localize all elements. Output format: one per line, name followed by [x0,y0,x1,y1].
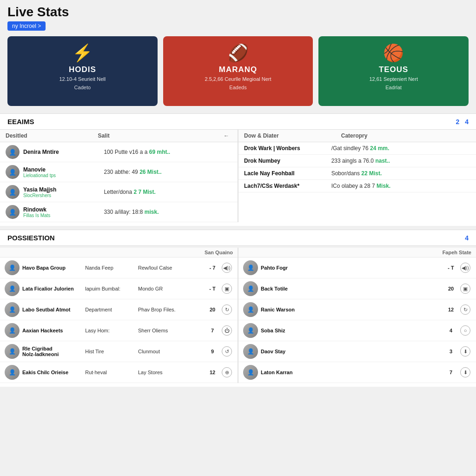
table-row: Drok Wark | Wonbers /Gat sindley 76 24 m… [238,142,476,155]
hodis-status: Cadeto [74,85,91,90]
poss-avatar: 👤 [5,260,20,275]
poss-player-name: Laton Karran [261,370,442,375]
teams-num-2[interactable]: 2 [456,118,459,126]
table-row: 👤 Rindowk Fillas Is Mats 330 a/illay: 18… [0,202,238,222]
poss-icon[interactable]: ⬇ [460,367,471,377]
poss-avatar: 👤 [243,344,258,359]
poss-right-table-row: 👤 Soba Shiz 4 ○ [238,320,476,341]
poss-num: 20 [444,286,457,291]
event-info: Drok Numbey [244,158,328,164]
poss-left-table-row: 👤 Eakis Chilc Orieise Rut·heval Lay Stor… [0,362,238,383]
event-info: Drok Wark | Wonbers [244,145,328,152]
poss-player-name: Ranic Warson [261,307,442,312]
poss-avatar: 👤 [5,365,20,380]
poss-icon-button[interactable]: ○ [460,325,470,336]
teams-right-panel: Dow & Diater Cateropry Drok Wark | Wonbe… [238,130,476,222]
teams-section-nums: 2 4 [456,118,469,126]
poss-icon[interactable]: ⬇ [460,346,471,357]
event-name: Lacle Nay Feohball [244,170,328,177]
possession-num[interactable]: 4 [465,234,469,242]
player-info: Rindowk Fillas Is Mats [23,206,100,218]
poss-player-name: Soba Shiz [261,328,442,333]
poss-icon-button[interactable]: ↻ [222,304,232,315]
poss-avatar: 👤 [5,344,20,359]
teous-status: Eadrlat [385,85,402,90]
poss-col1: Hist Tire [85,349,135,354]
poss-icon[interactable]: ⊕ [222,367,233,377]
poss-col2: Clunmout [138,349,203,354]
poss-icon-button[interactable]: ⬇ [460,367,470,377]
poss-num: 4 [444,328,457,333]
poss-avatar: 👤 [243,365,258,380]
poss-left-table-row: 👤 Havo Bapa Group Nanda Feep Rew/loul Ca… [0,258,238,278]
poss-icon-button[interactable]: ↻ [460,304,470,315]
poss-avatar: 👤 [243,281,258,296]
poss-icon-button[interactable]: ◀)) [222,263,232,273]
poss-avatar: 👤 [243,323,258,338]
poss-icon[interactable]: ▣ [460,284,471,294]
poss-icon-button[interactable]: ▣ [222,284,232,294]
table-row: 👤 Yasia Majjsh SlocRershers Letter/dona … [0,182,238,202]
poss-col1: Nanda Feep [85,265,135,271]
breadcrumb-button[interactable]: ny Incroel > [7,21,46,31]
table-row: Lacle Nay Feohball Sobor/dans 22 Mist. [238,167,476,180]
avatar: 👤 [6,185,20,199]
poss-icon[interactable]: ◀)) [460,263,471,273]
poss-right-table-row: 👤 Back Totile 20 ▣ [238,278,476,299]
poss-player-name: Lata Ficalior Julorien [22,286,82,291]
poss-right-col-header: Fapeh State [238,248,476,258]
poss-num: - T [206,286,219,291]
poss-icon-button[interactable]: ◀)) [460,263,470,273]
poss-icon[interactable]: ⏻ [222,325,233,336]
poss-icon-button[interactable]: ↺ [222,346,232,357]
poss-player-name: Eakis Chilc Orieise [22,370,82,375]
team-card-hodis[interactable]: ⚡ HODIS 12.10-4 Seurieit Nell Cadeto [7,36,158,106]
poss-avatar: 👤 [5,281,20,296]
poss-icon-button[interactable]: ⏻ [222,325,232,336]
hodis-sub: 12.10-4 Seurieit Nell [60,76,106,82]
poss-icon[interactable]: ↺ [222,346,233,357]
poss-col2: Phav Brop Files. [138,307,203,312]
poss-icon-button[interactable]: ▣ [460,284,470,294]
poss-icon[interactable]: ○ [460,325,471,336]
teams-left-panel: Desitled Salit ← 👤 Denira Mntire 100 Put… [0,130,238,222]
poss-icon-button[interactable]: ⊕ [222,367,232,377]
col-arrow-header[interactable]: ← [221,132,232,139]
team-card-maranq[interactable]: 🏈 MARANQ 2.5,2,66 Ceurlle Megioal Nert E… [163,36,313,106]
possession-area: San Quaino 👤 Havo Bapa Group Nanda Feep … [0,248,476,387]
table-row: Drok Numbey 233 aingls a 76.0 nast.. [238,155,476,167]
poss-col2: Rew/loul Calse [138,265,203,271]
possession-section-nums: 4 [465,234,469,242]
event-name: Lach7/CS≤ Werdask* [244,183,328,189]
poss-icon[interactable]: ↻ [222,304,233,315]
poss-icon-button[interactable]: ⬇ [460,346,470,357]
player-team: SlocRershers [23,193,100,198]
poss-player-name: Back Totile [261,286,442,291]
event-stat: /Gat sindley 76 24 mm. [331,145,470,152]
player-team: Fillas Is Mats [23,213,100,218]
page-header: Live Stats ny Incroel > [0,0,476,33]
poss-left-table-row: 👤 Labo Seutbal Atmot Department Phav Bro… [0,299,238,320]
poss-left-col-header: San Quaino [0,248,238,258]
poss-player-name: Daov Stay [261,349,442,354]
possession-columns: San Quaino 👤 Havo Bapa Group Nanda Feep … [0,248,476,383]
poss-icon[interactable]: ◀)) [222,263,233,273]
poss-icon[interactable]: ↻ [460,304,471,315]
event-info: Lacle Nay Feohball [244,170,328,177]
team-cards-row: ⚡ HODIS 12.10-4 Seurieit Nell Cadeto 🏈 M… [0,33,476,110]
teams-num-4[interactable]: 4 [465,118,469,126]
possession-right-col: Fapeh State 👤 Pahto Fogr - T ◀)) 👤 Back … [238,248,476,383]
event-info: Lach7/CS≤ Werdask* [244,183,328,189]
poss-player-name: Pahto Fogr [261,265,442,271]
player-info: Manovie Lieloationad tps [23,166,100,178]
teous-icon: 🏀 [383,45,404,61]
poss-num: 7 [444,370,457,375]
team-card-teous[interactable]: 🏀 TEOUS 12,61 Septeniert Nert Eadrlat [318,36,469,106]
poss-avatar: 👤 [5,323,20,338]
teams-section-title: EEAIMS [7,118,34,126]
poss-icon[interactable]: ▣ [222,284,233,294]
hodis-icon: ⚡ [72,45,93,61]
poss-right-hdr-label: Fapeh State [443,250,471,255]
poss-right-table-row: 👤 Ranic Warson 12 ↻ [238,299,476,320]
poss-player-name: Aaxian Hackeets [22,328,82,333]
